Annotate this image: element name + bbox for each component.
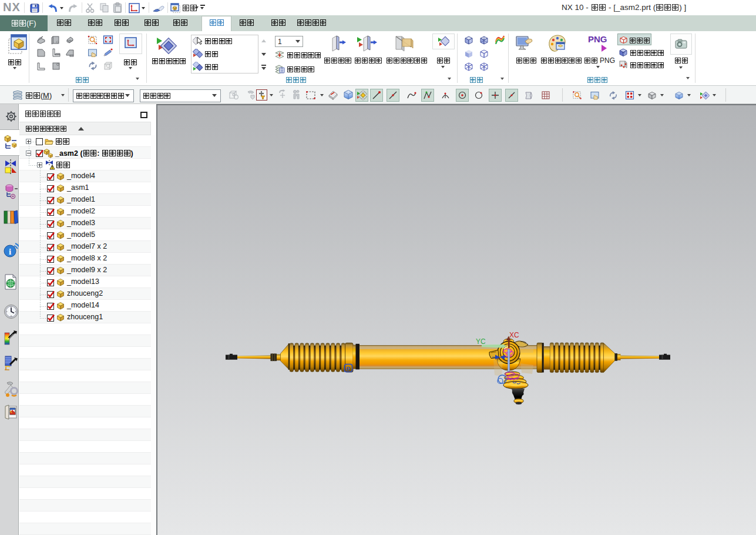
svg-text:D: D xyxy=(347,365,351,372)
svg-text:XC: XC xyxy=(509,331,519,339)
svg-text:i: i xyxy=(9,247,11,256)
svg-text:YC: YC xyxy=(476,337,486,346)
